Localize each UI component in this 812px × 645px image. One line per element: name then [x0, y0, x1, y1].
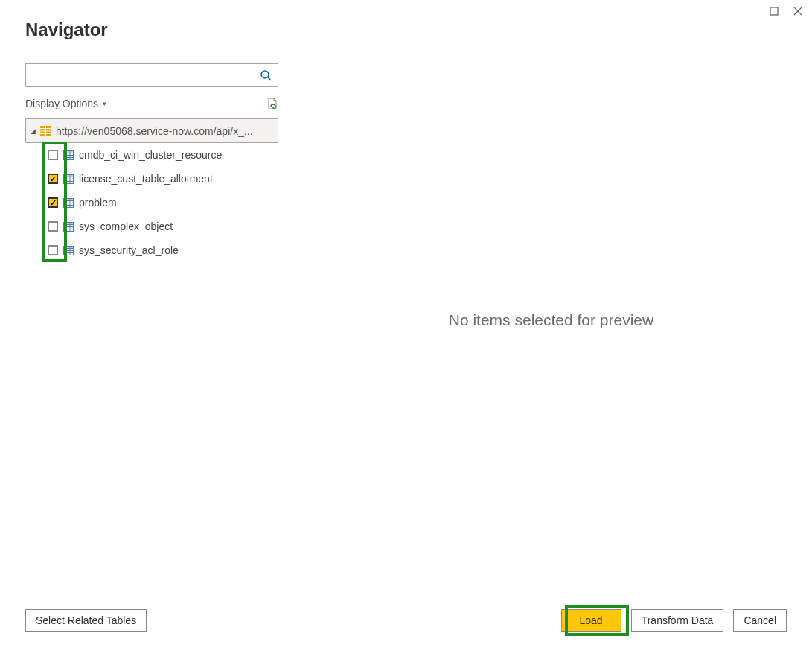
preview-panel: No items selected for preview	[305, 63, 797, 577]
checkbox[interactable]	[48, 197, 58, 208]
svg-rect-0	[770, 7, 778, 15]
refresh-icon[interactable]	[266, 98, 278, 110]
search-box[interactable]	[25, 63, 278, 87]
search-input[interactable]	[32, 64, 260, 86]
tree-item-label: cmdb_ci_win_cluster_resource	[79, 149, 222, 161]
tree-item-label: sys_security_acl_role	[79, 244, 179, 256]
cancel-button[interactable]: Cancel	[733, 609, 787, 632]
checkbox[interactable]	[48, 245, 58, 255]
search-icon[interactable]	[260, 69, 272, 81]
table-icon	[63, 222, 74, 232]
tree-item-label: sys_complex_object	[79, 220, 173, 232]
preview-empty-message: No items selected for preview	[449, 311, 653, 329]
table-icon	[63, 150, 74, 160]
select-related-tables-button[interactable]: Select Related Tables	[25, 609, 147, 632]
checkbox[interactable]	[48, 221, 58, 232]
transform-data-button[interactable]: Transform Data	[631, 609, 724, 632]
tree-item[interactable]: cmdb_ci_win_cluster_resource	[25, 143, 278, 167]
display-options-label: Display Options	[25, 98, 98, 109]
tree-item[interactable]: license_cust_table_allotment	[25, 167, 278, 191]
load-button[interactable]: Load	[561, 609, 621, 632]
table-icon	[63, 198, 74, 208]
panel-separator	[295, 63, 295, 577]
tree-item-label: problem	[79, 197, 117, 209]
close-icon[interactable]	[793, 6, 803, 16]
tree-root-label: https://ven05068.service-now.com/api/x_.…	[56, 125, 253, 137]
checkbox[interactable]	[48, 174, 58, 184]
navigator-tree: ◢ https://ven05068.service-now.com/api/x…	[25, 118, 278, 262]
table-icon	[63, 174, 74, 184]
display-options-dropdown[interactable]: Display Options ▾	[25, 98, 106, 109]
tree-item[interactable]: sys_complex_object	[25, 215, 278, 238]
table-icon	[63, 246, 74, 255]
maximize-icon[interactable]	[769, 6, 779, 16]
database-icon	[40, 126, 51, 136]
tree-item-label: license_cust_table_allotment	[79, 173, 213, 185]
collapse-icon[interactable]: ◢	[31, 127, 36, 135]
tree-item[interactable]: problem	[25, 191, 278, 215]
chevron-down-icon: ▾	[103, 100, 106, 107]
svg-point-3	[261, 71, 269, 78]
tree-item[interactable]: sys_security_acl_role	[25, 238, 278, 262]
tree-root[interactable]: ◢ https://ven05068.service-now.com/api/x…	[25, 118, 278, 143]
svg-line-4	[268, 77, 271, 80]
checkbox[interactable]	[48, 150, 58, 160]
page-title: Navigator	[25, 19, 108, 40]
